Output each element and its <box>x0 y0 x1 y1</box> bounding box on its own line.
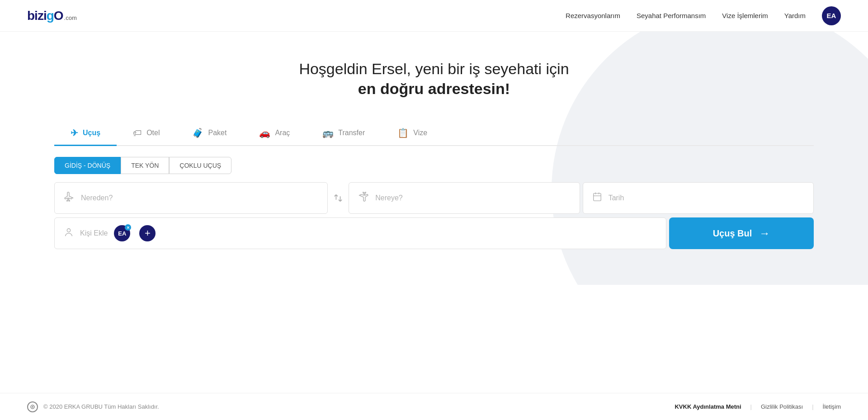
passenger-row: Kişi Ekle EA × + Uçuş Bul → <box>54 217 814 249</box>
hero-line1: Hoşgeldin Ersel, yeni bir iş seyehati iç… <box>54 59 814 79</box>
passenger-person-icon <box>64 227 74 240</box>
tabs-list: ✈ Uçuş 🏷 Otel 🧳 Paket 🚗 Araç 🚌 Transfer <box>54 121 814 146</box>
passenger-label-text: Kişi Ekle <box>80 229 108 237</box>
logo-suffix: .com <box>64 14 77 21</box>
logo-text: bizigO <box>27 9 63 23</box>
search-flight-button[interactable]: Uçuş Bul → <box>669 217 814 249</box>
header: bizigO .com Rezervasyonlarım Seyahat Per… <box>0 0 868 32</box>
nav-vize-islemlerim[interactable]: Vize İşlemlerim <box>722 12 768 19</box>
tab-paket-label: Paket <box>208 129 226 137</box>
tab-ucus[interactable]: ✈ Uçuş <box>54 121 117 146</box>
footer-kvkk-link[interactable]: KVKK Aydınlatma Metni <box>675 403 741 410</box>
tab-vize-label: Vize <box>413 129 427 137</box>
footer-logo-icon <box>27 401 38 412</box>
svg-point-1 <box>67 229 70 232</box>
tab-transfer-label: Transfer <box>338 129 365 137</box>
swap-button[interactable] <box>330 182 347 214</box>
calendar-icon <box>592 192 602 204</box>
tab-paket[interactable]: 🧳 Paket <box>176 121 243 146</box>
tab-arac-label: Araç <box>275 129 290 137</box>
footer-left: © 2020 ERKA GRUBU Tüm Hakları Saklıdır. <box>27 401 159 412</box>
svg-rect-0 <box>593 193 601 201</box>
hotel-icon: 🏷 <box>133 128 142 138</box>
svg-point-3 <box>32 406 33 407</box>
footer-iletisim-link[interactable]: İletişim <box>823 403 841 410</box>
logo[interactable]: bizigO .com <box>27 9 77 23</box>
from-plane-icon <box>64 191 75 205</box>
search-fields-row: Nereden? Nereye? <box>54 182 814 214</box>
footer-divider-1: | <box>750 403 752 410</box>
footer-gizlilik-link[interactable]: Gizlilik Politikası <box>761 403 803 410</box>
add-passenger-button[interactable]: + <box>139 225 156 241</box>
search-button-label: Uçuş Bul <box>713 228 752 239</box>
date-placeholder: Tarih <box>609 194 624 202</box>
hero-line2: en doğru adrestesin! <box>54 79 814 99</box>
footer-divider-2: | <box>812 403 813 410</box>
hero-section: Hoşgeldin Ersel, yeni bir iş seyehati iç… <box>54 32 814 117</box>
tab-vize[interactable]: 📋 Vize <box>381 121 443 146</box>
tab-otel-label: Otel <box>146 129 160 137</box>
to-plane-icon <box>358 191 369 205</box>
search-arrow-icon: → <box>759 227 770 240</box>
visa-icon: 📋 <box>397 127 409 138</box>
nav-seyahat-performansim[interactable]: Seyahat Performansım <box>637 12 706 19</box>
package-icon: 🧳 <box>192 127 203 138</box>
tab-arac[interactable]: 🚗 Araç <box>243 121 306 146</box>
remove-passenger-icon[interactable]: × <box>125 224 131 231</box>
passenger-field[interactable]: Kişi Ekle EA × + <box>54 217 666 249</box>
car-icon: 🚗 <box>259 127 270 138</box>
flight-type-selector: GİDİŞ - DÖNÜŞ TEK YÖN ÇOKLU UÇUŞ <box>54 157 814 174</box>
tab-ucus-label: Uçuş <box>83 129 100 137</box>
tab-otel[interactable]: 🏷 Otel <box>117 121 176 146</box>
to-placeholder: Nereye? <box>375 194 402 202</box>
footer-copyright: © 2020 ERKA GRUBU Tüm Hakları Saklıdır. <box>43 403 159 410</box>
tab-transfer[interactable]: 🚌 Transfer <box>306 121 381 146</box>
transfer-icon: 🚌 <box>322 127 334 138</box>
main-nav: Rezervasyonlarım Seyahat Performansım Vi… <box>566 6 841 25</box>
footer: © 2020 ERKA GRUBU Tüm Hakları Saklıdır. … <box>0 393 868 420</box>
flight-type-gidis-donus[interactable]: GİDİŞ - DÖNÜŞ <box>54 157 121 174</box>
footer-right: KVKK Aydınlatma Metni | Gizlilik Politik… <box>675 403 841 410</box>
main-content: Hoşgeldin Ersel, yeni bir iş seyehati iç… <box>0 32 868 285</box>
from-field[interactable]: Nereden? <box>54 182 328 214</box>
nav-yardim[interactable]: Yardım <box>784 12 806 19</box>
flight-type-coklu-ucus[interactable]: ÇOKLU UÇUŞ <box>169 157 231 174</box>
date-field[interactable]: Tarih <box>583 182 814 214</box>
to-field[interactable]: Nereye? <box>349 182 580 214</box>
plane-icon: ✈ <box>71 127 78 138</box>
flight-type-tek-yon[interactable]: TEK YÖN <box>121 157 169 174</box>
nav-rezervasyonlarim[interactable]: Rezervasyonlarım <box>566 12 620 19</box>
passenger-avatar-chip[interactable]: EA × <box>114 225 130 241</box>
svg-point-2 <box>31 405 34 409</box>
category-tabs: ✈ Uçuş 🏷 Otel 🧳 Paket 🚗 Araç 🚌 Transfer <box>54 121 814 249</box>
passenger-initials: EA <box>118 230 126 237</box>
from-placeholder: Nereden? <box>81 194 113 202</box>
user-avatar[interactable]: EA <box>822 6 841 25</box>
